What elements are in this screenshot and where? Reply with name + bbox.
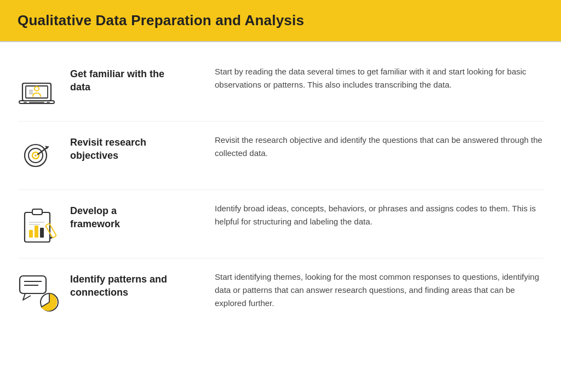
svg-point-3 — [35, 87, 39, 91]
item-desc-patterns: Start identifying themes, looking for th… — [204, 270, 543, 310]
svg-rect-17 — [32, 209, 42, 215]
content-area: Get familiar with the data Start by read… — [0, 42, 561, 337]
svg-rect-20 — [40, 228, 44, 238]
svg-rect-8 — [29, 102, 44, 103]
svg-rect-7 — [24, 102, 27, 103]
svg-rect-19 — [35, 226, 38, 238]
chart-clipboard-icon — [18, 202, 61, 246]
item-title-patterns: Identify patterns and connections — [70, 273, 169, 299]
speech-pie-icon — [18, 270, 61, 314]
item-title-revisit: Revisit research objectives — [70, 136, 169, 163]
page-title: Qualitative Data Preparation and Analysi… — [18, 12, 543, 29]
target-arrow-icon — [18, 134, 61, 177]
item-desc-framework: Identify broad ideas, concepts, behavior… — [204, 202, 543, 228]
item-left-framework: Develop a framework — [18, 202, 204, 246]
item-desc-familiar: Start by reading the data several times … — [204, 65, 543, 91]
list-item: Develop a framework Identify broad ideas… — [18, 190, 543, 258]
page-header: Qualitative Data Preparation and Analysi… — [0, 0, 561, 41]
svg-rect-9 — [47, 102, 50, 103]
item-title-framework: Develop a framework — [70, 204, 169, 231]
item-title-familiar: Get familiar with the data — [70, 67, 169, 94]
laptop-person-icon — [18, 65, 61, 109]
list-item: Revisit research objectives Revisit the … — [18, 122, 543, 190]
item-left-revisit: Revisit research objectives — [18, 134, 204, 177]
svg-rect-18 — [29, 230, 33, 238]
svg-rect-23 — [45, 223, 56, 238]
item-desc-revisit: Revisit the research objective and ident… — [204, 134, 543, 160]
item-left-patterns: Identify patterns and connections — [18, 270, 204, 314]
svg-point-13 — [35, 154, 37, 157]
list-item: Identify patterns and connections Start … — [18, 258, 543, 326]
item-left-familiar: Get familiar with the data — [18, 65, 204, 109]
list-item: Get familiar with the data Start by read… — [18, 53, 543, 122]
